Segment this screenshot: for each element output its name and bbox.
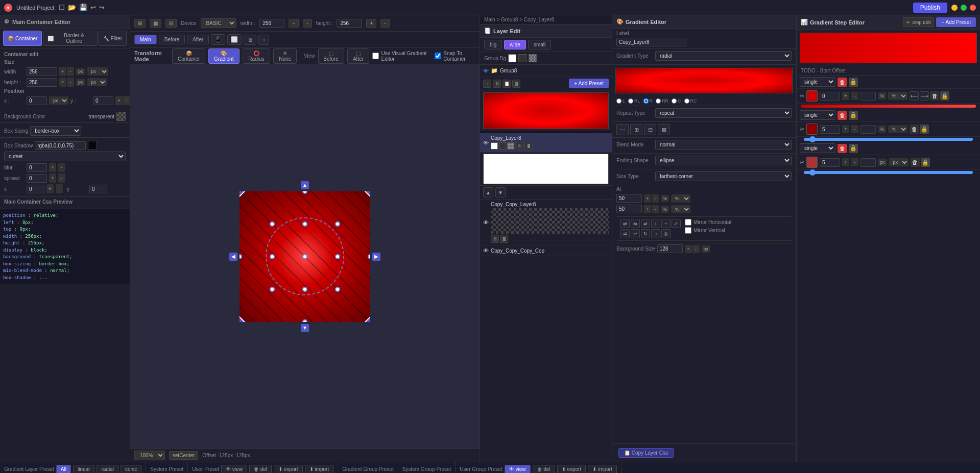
step1-lock[interactable]: 🔒	[940, 91, 949, 101]
save-file-icon[interactable]: 💾	[79, 4, 87, 11]
shadow-type-select[interactable]: outsetinset	[4, 152, 126, 161]
blur-input[interactable]	[27, 163, 47, 172]
win-max-button[interactable]	[961, 5, 967, 11]
height-plus[interactable]: +	[59, 78, 66, 87]
size-type-select[interactable]: farthest-cornerclosest-cornerfarthest-si…	[655, 171, 792, 181]
repeat-type-select[interactable]: repeatno-repeatspaceround	[655, 108, 792, 118]
at-y-plus[interactable]: +	[644, 205, 651, 213]
tab-border-outline[interactable]: ⬜ Border & Outline	[43, 31, 97, 46]
handle-bottom-center[interactable]	[302, 319, 307, 322]
step1-color-value[interactable]	[820, 92, 840, 101]
step1-color-swatch[interactable]	[806, 90, 818, 102]
step2-lock-btn[interactable]: 🔒	[849, 111, 858, 120]
mode-radius[interactable]: ⭕ Radius	[243, 48, 271, 64]
win-close-button[interactable]	[970, 5, 976, 11]
step3-val-minus[interactable]: -	[851, 158, 858, 166]
tab-container[interactable]: 📦 Container	[3, 31, 42, 46]
blur-minus[interactable]: -	[58, 163, 65, 172]
step-edit-btn[interactable]: ✏ Step Edit	[903, 17, 934, 27]
copy-l8-delete-btn[interactable]: 🗑	[524, 142, 533, 150]
layer-paste-btn[interactable]: 📋	[503, 80, 511, 88]
mir-icon-5[interactable]: ↔	[661, 219, 671, 228]
focal-point-7[interactable]	[302, 287, 307, 292]
open-file-icon[interactable]: 📂	[68, 4, 76, 11]
grad-icon-3[interactable]: ⊟	[644, 124, 656, 135]
toolbar-grid-icon[interactable]: ⊟	[165, 19, 177, 28]
tab-main[interactable]: Main	[134, 35, 157, 44]
group-import-btn[interactable]: ⬇ import	[588, 465, 617, 473]
preset-tab-linear[interactable]: linear	[73, 465, 94, 473]
mode-gradient[interactable]: 🎨 Gradient	[208, 48, 240, 64]
step2-delete-btn[interactable]: 🗑	[838, 111, 847, 120]
radio-RR[interactable]: RR	[656, 98, 668, 104]
copy-copy-eye[interactable]: 👁	[483, 219, 489, 226]
radio-RL[interactable]: RL	[628, 98, 640, 104]
step3-slider[interactable]	[804, 171, 973, 174]
mirror-v-label[interactable]: Mirror Vertical	[685, 227, 731, 234]
preset-import-btn[interactable]: ⬇ import	[305, 465, 334, 473]
copy-l8-swatch-white[interactable]	[491, 142, 498, 150]
mir-icon-2[interactable]: ⇆	[631, 219, 640, 228]
step2-del[interactable]: 🗑	[910, 125, 919, 134]
y-input[interactable]	[93, 96, 113, 105]
step2-color-value[interactable]	[820, 125, 840, 134]
spread-plus[interactable]: +	[49, 173, 56, 183]
preset-export-btn[interactable]: ⬆ export	[274, 465, 303, 473]
snap-container-checkbox[interactable]	[435, 53, 441, 59]
at-y-input[interactable]	[616, 205, 642, 213]
step1-lock-btn[interactable]: 🔒	[849, 78, 858, 87]
focal-point-2[interactable]	[302, 221, 307, 227]
group8-item[interactable]: 👁 📁 Group8	[480, 65, 612, 77]
height-plus-btn[interactable]: +	[366, 19, 376, 28]
scissors-icon-1[interactable]: ✂	[800, 93, 804, 99]
copy-copy-copy-eye[interactable]: 👁	[483, 247, 489, 254]
publish-button[interactable]: Publish	[913, 3, 947, 13]
visual-gradient-label[interactable]: Use Visual Gradient Editor	[372, 51, 427, 62]
preset-tab-conic[interactable]: conic	[121, 465, 141, 473]
width-minus-btn[interactable]: -	[303, 19, 312, 28]
canvas-tablet-icon[interactable]: ⬜	[227, 34, 242, 45]
step1-val-plus[interactable]: +	[842, 92, 849, 100]
handle-center[interactable]	[302, 254, 307, 259]
group-export-btn[interactable]: ⬆ export	[557, 465, 586, 473]
focal-point-8[interactable]	[335, 287, 340, 292]
step1-val-minus[interactable]: -	[851, 92, 858, 100]
box-sizing-select[interactable]: border-boxcontent-box	[30, 126, 81, 136]
grad-icon-4[interactable]: ⊠	[658, 124, 670, 135]
mode-none[interactable]: ✕ None	[273, 48, 297, 64]
box-shadow-value[interactable]	[35, 141, 86, 150]
copy-copy-delete-btn[interactable]: 🗑	[500, 235, 508, 243]
focal-point-4[interactable]	[270, 254, 275, 259]
step3-del[interactable]: 🗑	[911, 158, 920, 167]
width-unit-select[interactable]: px%em	[87, 67, 108, 76]
redo-icon[interactable]: ↪	[99, 4, 105, 11]
shadow-y-input[interactable]	[89, 185, 107, 193]
step3-lock[interactable]: 🔒	[921, 158, 930, 167]
at-y-minus[interactable]: -	[652, 205, 659, 213]
shadow-color-swatch[interactable]	[88, 141, 97, 150]
x-unit[interactable]: px	[49, 96, 68, 105]
toolbar-layout-icon[interactable]: ▦	[150, 19, 161, 28]
step2-val-minus[interactable]: -	[851, 125, 858, 133]
ending-shape-select[interactable]: ellipsecircle	[655, 156, 792, 165]
step1-type-select[interactable]: singlemulti	[800, 77, 835, 87]
shadow-x-input[interactable]	[27, 185, 44, 193]
canvas-wrapper[interactable]: Device Size : 256 ◀ ▶ ▲ ▼	[130, 64, 480, 449]
canvas-arrow-top[interactable]: ▲	[301, 181, 309, 189]
add-preset-btn[interactable]: + Add Preset	[569, 79, 609, 88]
step3-type-select[interactable]: single	[800, 143, 835, 153]
canvas-arrow-bottom[interactable]: ▼	[301, 324, 309, 332]
step3-color-value[interactable]	[820, 158, 840, 167]
step3-slider-thumb[interactable]	[809, 169, 816, 176]
width-toolbar-input[interactable]	[259, 19, 284, 28]
new-file-icon[interactable]: ☐	[59, 4, 65, 11]
step1-arr-left[interactable]: ⟵	[910, 91, 919, 101]
radio-C[interactable]: C	[672, 98, 681, 104]
group-del-btn[interactable]: 🗑 del	[533, 465, 555, 473]
mir-icon-9[interactable]: ↻	[641, 229, 650, 238]
width-minus[interactable]: -	[67, 67, 74, 76]
step1-pct-value[interactable]	[861, 92, 876, 101]
group-bg-dark[interactable]	[518, 54, 527, 62]
layer-down-btn[interactable]: ↓	[483, 80, 491, 88]
shadow-x-plus[interactable]: +	[46, 184, 54, 193]
